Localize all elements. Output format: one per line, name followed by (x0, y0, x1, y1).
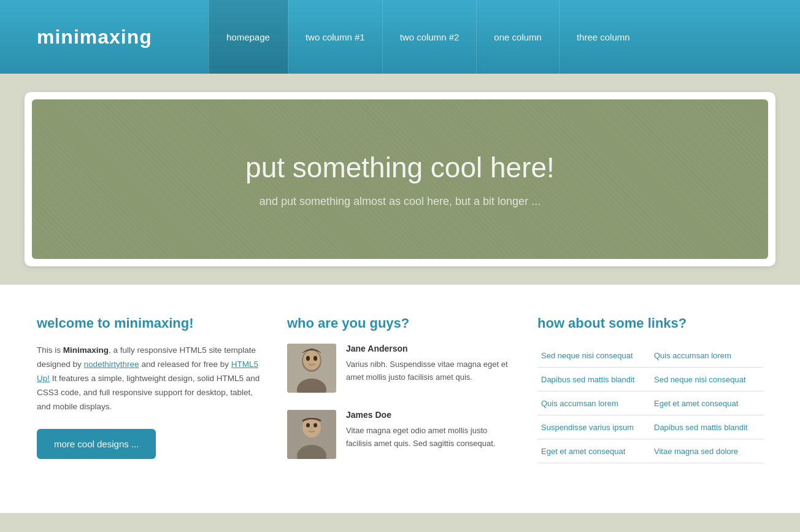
avatar-female (287, 344, 336, 393)
nav-three-column[interactable]: three column (559, 0, 647, 74)
person-jane-info: Jane Anderson Varius nibh. Suspendisse v… (346, 344, 513, 393)
link-item: Suspendisse varius ipsum (537, 415, 650, 439)
person-item: James Doe Vitae magna eget odio amet mol… (287, 410, 513, 459)
person-james-name: James Doe (346, 410, 513, 420)
link-item: Sed neque nisi consequat (537, 344, 650, 368)
link-item: Quis accumsan lorem (650, 344, 763, 368)
avatar-male (287, 410, 336, 459)
hero-title: put something cool here! (245, 151, 555, 184)
link[interactable]: Quis accumsan lorem (654, 351, 731, 360)
link-item: Eget et amet consequat (537, 439, 650, 463)
who-column: who are you guys? Jane Anderson Varius n (287, 315, 513, 476)
link-item: Dapibus sed mattis blandit (537, 368, 650, 391)
welcome-body: This is Minimaxing, a fully responsive H… (37, 344, 263, 414)
person-jane-name: Jane Anderson (346, 344, 513, 353)
nav-two-column-2[interactable]: two column #2 (382, 0, 477, 74)
links-title: how about some links? (537, 315, 763, 331)
svg-point-3 (303, 350, 320, 370)
link[interactable]: Eget et amet consequat (541, 447, 625, 456)
logo: minimaxing (37, 26, 152, 48)
link[interactable]: Suspendisse varius ipsum (541, 423, 634, 432)
svg-point-5 (313, 356, 317, 361)
link[interactable]: Quis accumsan lorem (541, 399, 618, 408)
hero-wrapper: put something cool here! and put somethi… (0, 74, 800, 285)
link[interactable]: Eget et amet consequat (654, 399, 738, 408)
svg-point-10 (313, 423, 317, 428)
brand-name: Minimaxing (63, 345, 109, 355)
link[interactable]: Vitae magna sed dolore (654, 447, 738, 456)
link[interactable]: Dapibus sed mattis blandit (654, 423, 747, 432)
who-title: who are you guys? (287, 315, 513, 331)
nav-homepage[interactable]: homepage (209, 0, 288, 74)
more-designs-button[interactable]: more cool designs ... (37, 429, 156, 459)
link[interactable]: Dapibus sed mattis blandit (541, 375, 634, 384)
link-item: Vitae magna sed dolore (650, 439, 763, 463)
person-jane-desc: Varius nibh. Suspendisse vitae magna ege… (346, 358, 513, 384)
nav-two-column-1[interactable]: two column #1 (288, 0, 382, 74)
svg-point-11 (310, 428, 313, 430)
welcome-column: welcome to minimaxing! This is Minimaxin… (37, 315, 263, 476)
link-item: Quis accumsan lorem (537, 391, 650, 415)
svg-point-9 (306, 423, 310, 428)
logo-area: minimaxing (25, 0, 209, 74)
header: minimaxing homepage two column #1 two co… (0, 0, 800, 74)
nodethirtythree-link[interactable]: nodethirtythree (84, 360, 139, 369)
hero-subtitle: and put something almost as cool here, b… (260, 195, 540, 208)
person-item: Jane Anderson Varius nibh. Suspendisse v… (287, 344, 513, 393)
links-column: how about some links? Sed neque nisi con… (537, 315, 763, 476)
links-grid: Sed neque nisi consequat Quis accumsan l… (537, 344, 763, 463)
hero-inner: put something cool here! and put somethi… (32, 99, 768, 259)
link-item: Dapibus sed mattis blandit (650, 415, 763, 439)
link[interactable]: Sed neque nisi consequat (654, 375, 746, 384)
welcome-title: welcome to minimaxing! (37, 315, 263, 331)
hero-container: put something cool here! and put somethi… (25, 92, 775, 266)
main-content: welcome to minimaxing! This is Minimaxin… (0, 285, 800, 513)
html5up-link[interactable]: HTML5 Up! (37, 360, 258, 383)
person-james-desc: Vitae magna eget odio amet mollis justo … (346, 425, 513, 450)
svg-point-4 (306, 356, 310, 361)
link[interactable]: Sed neque nisi consequat (541, 351, 633, 360)
main-nav: homepage two column #1 two column #2 one… (209, 0, 775, 74)
person-james-info: James Doe Vitae magna eget odio amet mol… (346, 410, 513, 459)
nav-one-column[interactable]: one column (476, 0, 559, 74)
link-item: Sed neque nisi consequat (650, 368, 763, 391)
link-item: Eget et amet consequat (650, 391, 763, 415)
